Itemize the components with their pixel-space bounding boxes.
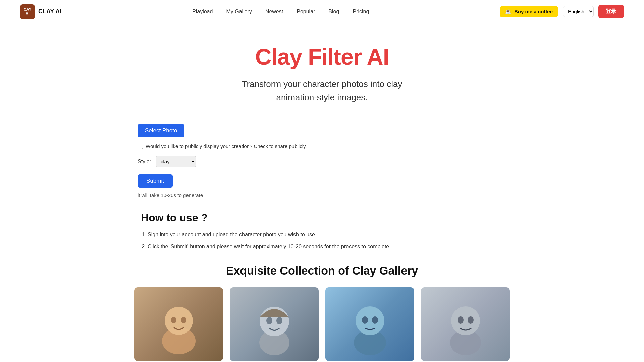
style-select[interactable]: clayanimesketchwatercolor xyxy=(156,156,196,167)
how-to-use-section: How to use ? Sign into your account and … xyxy=(134,212,510,251)
nav-playload[interactable]: Playload xyxy=(192,9,213,15)
gallery-image-4 xyxy=(421,287,510,361)
hero-title: Clay Filter AI xyxy=(134,44,510,70)
svg-point-3 xyxy=(181,317,186,323)
public-display-row: Would you like to publicly display your … xyxy=(138,143,510,149)
hero-subtitle: Transform your character photos into cla… xyxy=(134,78,510,104)
coffee-icon: ☕ xyxy=(505,9,512,15)
nav-blog[interactable]: Blog xyxy=(328,9,339,15)
how-to-use-step-2: Click the 'Submit' button and please wai… xyxy=(148,243,510,251)
gallery-image-1 xyxy=(134,287,223,361)
clay-art-svg-4 xyxy=(439,291,492,358)
svg-point-11 xyxy=(372,316,378,324)
nav-my-gallery[interactable]: My Gallery xyxy=(226,9,252,15)
style-row: Style: clayanimesketchwatercolor xyxy=(138,156,510,167)
svg-point-13 xyxy=(451,306,480,335)
nav-popular[interactable]: Popular xyxy=(297,9,315,15)
nav-pricing[interactable]: Pricing xyxy=(353,9,369,15)
clay-art-svg-3 xyxy=(343,291,397,358)
buy-coffee-label: Buy me a coffee xyxy=(514,9,553,14)
gallery-image-3 xyxy=(325,287,414,361)
svg-point-9 xyxy=(356,306,384,335)
gallery-heading: Exquisite Collection of Clay Gallery xyxy=(134,264,510,277)
svg-point-6 xyxy=(266,317,272,324)
svg-point-1 xyxy=(165,307,193,335)
generate-note: it will take 10-20s to generate xyxy=(138,192,510,198)
style-label: Style: xyxy=(138,159,151,165)
svg-point-7 xyxy=(276,317,282,324)
upload-form: Select Photo Would you like to publicly … xyxy=(138,124,510,198)
how-to-use-step-1: Sign into your account and upload the ch… xyxy=(148,231,510,239)
clay-art-svg-1 xyxy=(152,291,206,358)
login-button[interactable]: 登录 xyxy=(598,5,624,18)
gallery-image-2 xyxy=(230,287,319,361)
svg-point-10 xyxy=(362,316,368,324)
gallery-section: Exquisite Collection of Clay Gallery xyxy=(134,264,510,361)
language-select[interactable]: English中文日本語한국어 xyxy=(563,6,594,17)
svg-point-2 xyxy=(171,317,176,323)
logo-icon: CAYAI xyxy=(20,4,35,19)
gallery-item-2[interactable] xyxy=(230,287,319,361)
public-display-label: Would you like to publicly display your … xyxy=(146,143,307,149)
header-actions: ☕ Buy me a coffee English中文日本語한국어 登录 xyxy=(500,5,624,18)
logo-text: CLAY AI xyxy=(38,8,61,15)
gallery-item-1[interactable] xyxy=(134,287,223,361)
how-to-use-list: Sign into your account and upload the ch… xyxy=(148,231,510,251)
submit-button[interactable]: Submit xyxy=(138,174,173,188)
nav-newest[interactable]: Newest xyxy=(265,9,283,15)
gallery-item-4[interactable] xyxy=(421,287,510,361)
public-display-checkbox[interactable] xyxy=(138,144,143,149)
clay-art-svg-2 xyxy=(248,291,301,358)
svg-point-14 xyxy=(458,316,464,324)
main-nav: Playload My Gallery Newest Popular Blog … xyxy=(192,9,369,15)
select-photo-button[interactable]: Select Photo xyxy=(138,124,184,137)
how-to-use-heading: How to use ? xyxy=(141,212,510,224)
gallery-grid xyxy=(134,287,510,361)
buy-coffee-button[interactable]: ☕ Buy me a coffee xyxy=(500,6,558,17)
svg-point-15 xyxy=(468,316,474,324)
gallery-item-3[interactable] xyxy=(325,287,414,361)
logo[interactable]: CAYAI CLAY AI xyxy=(20,4,61,19)
